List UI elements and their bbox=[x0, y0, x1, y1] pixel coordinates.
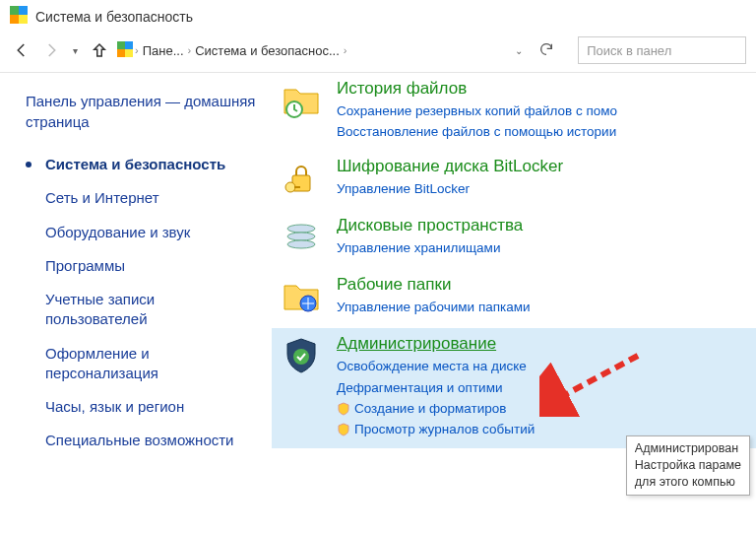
category-link[interactable]: Сохранение резервных копий файлов с помо bbox=[337, 102, 748, 120]
svg-point-10 bbox=[285, 182, 295, 192]
tooltip-line: Настройка параме bbox=[635, 457, 741, 474]
sidebar-item-appearance[interactable]: Оформление и персонализация bbox=[26, 337, 256, 391]
category-title[interactable]: Дисковые пространства bbox=[337, 216, 748, 235]
sidebar-item-system-security[interactable]: Система и безопасность bbox=[26, 148, 256, 181]
sidebar-item-hardware[interactable]: Оборудование и звук bbox=[26, 216, 256, 249]
sidebar-item-clock[interactable]: Часы, язык и регион bbox=[26, 390, 256, 424]
lock-key-icon bbox=[280, 157, 323, 200]
category-title[interactable]: Шифрование диска BitLocker bbox=[337, 157, 748, 176]
category-title[interactable]: Рабочие папки bbox=[337, 275, 748, 295]
forward-button[interactable] bbox=[39, 38, 63, 62]
svg-rect-3 bbox=[19, 15, 28, 24]
category-link[interactable]: Управление рабочими папками bbox=[337, 299, 748, 316]
sidebar-item-accessibility[interactable]: Специальные возможности bbox=[26, 424, 256, 457]
breadcrumb-c1[interactable]: Пане... bbox=[141, 43, 186, 58]
folder-net-icon bbox=[280, 275, 323, 318]
address-bar[interactable]: › Пане... › Система и безопаснос... › bbox=[117, 36, 349, 64]
nav-bar: ▾ › Пане... › Система и безопаснос... › … bbox=[0, 33, 756, 73]
up-button[interactable] bbox=[88, 38, 111, 62]
svg-rect-1 bbox=[19, 6, 28, 15]
category-storage-spaces: Дисковые пространства Управление хранили… bbox=[272, 210, 756, 269]
category-link[interactable]: Дефрагментация и оптими bbox=[337, 379, 748, 397]
category-file-history: История файлов Сохранение резервных копи… bbox=[272, 73, 756, 151]
sidebar-item-users[interactable]: Учетные записи пользователей bbox=[26, 283, 256, 337]
category-administration: Администрирование Освобождение места на … bbox=[272, 328, 756, 448]
tooltip: Администрирован Настройка параме для это… bbox=[626, 435, 750, 496]
sidebar-home-link[interactable]: Панель управления — домашняя страница bbox=[26, 91, 256, 132]
category-link[interactable]: Создание и форматиров bbox=[337, 400, 748, 418]
folder-clock-icon bbox=[280, 79, 323, 122]
sidebar: Панель управления — домашняя страница Си… bbox=[0, 73, 266, 529]
svg-point-11 bbox=[287, 225, 315, 233]
svg-rect-2 bbox=[10, 15, 19, 24]
category-work-folders: Рабочие папки Управление рабочими папкам… bbox=[272, 269, 756, 328]
shield-icon bbox=[337, 402, 350, 416]
category-link[interactable]: Освобождение места на диске bbox=[337, 358, 748, 375]
back-button[interactable] bbox=[10, 38, 33, 62]
search-input[interactable]: Поиск в панел bbox=[578, 36, 746, 64]
svg-point-12 bbox=[287, 233, 315, 240]
svg-rect-5 bbox=[125, 41, 133, 49]
refresh-button[interactable] bbox=[533, 41, 560, 60]
category-bitlocker: Шифрование диска BitLocker Управление Bi… bbox=[272, 151, 756, 210]
search-placeholder: Поиск в панел bbox=[587, 43, 671, 58]
breadcrumb-c2[interactable]: Система и безопаснос... bbox=[193, 43, 342, 58]
category-link[interactable]: Управление BitLocker bbox=[337, 180, 748, 198]
shield-icon bbox=[337, 423, 350, 436]
svg-rect-6 bbox=[117, 49, 125, 57]
category-link[interactable]: Управление хранилищами bbox=[337, 239, 748, 257]
window-title: Система и безопасность bbox=[35, 9, 193, 25]
chevron-right-icon[interactable]: › bbox=[133, 44, 141, 56]
svg-rect-0 bbox=[10, 6, 19, 15]
svg-point-13 bbox=[287, 240, 315, 248]
svg-rect-7 bbox=[125, 49, 133, 57]
category-link[interactable]: Восстановление файлов с помощью истории bbox=[337, 123, 748, 141]
svg-point-15 bbox=[293, 349, 309, 365]
chevron-right-icon[interactable]: › bbox=[342, 44, 349, 56]
sidebar-item-network[interactable]: Сеть и Интернет bbox=[26, 181, 256, 215]
shield-check-icon bbox=[280, 334, 323, 377]
tooltip-line: Администрирован bbox=[635, 440, 741, 457]
history-dropdown[interactable]: ▾ bbox=[69, 45, 82, 56]
category-title[interactable]: Администрирование bbox=[337, 334, 748, 354]
svg-rect-4 bbox=[117, 41, 125, 49]
chevron-right-icon[interactable]: › bbox=[186, 44, 194, 56]
disks-icon bbox=[280, 216, 323, 259]
control-panel-icon bbox=[10, 6, 28, 27]
control-panel-icon bbox=[117, 41, 133, 60]
title-bar: Система и безопасность bbox=[0, 0, 756, 33]
sidebar-item-programs[interactable]: Программы bbox=[26, 249, 256, 283]
address-dropdown[interactable]: ⌄ bbox=[511, 45, 527, 56]
category-title[interactable]: История файлов bbox=[337, 79, 748, 99]
tooltip-line: для этого компью bbox=[635, 474, 741, 491]
